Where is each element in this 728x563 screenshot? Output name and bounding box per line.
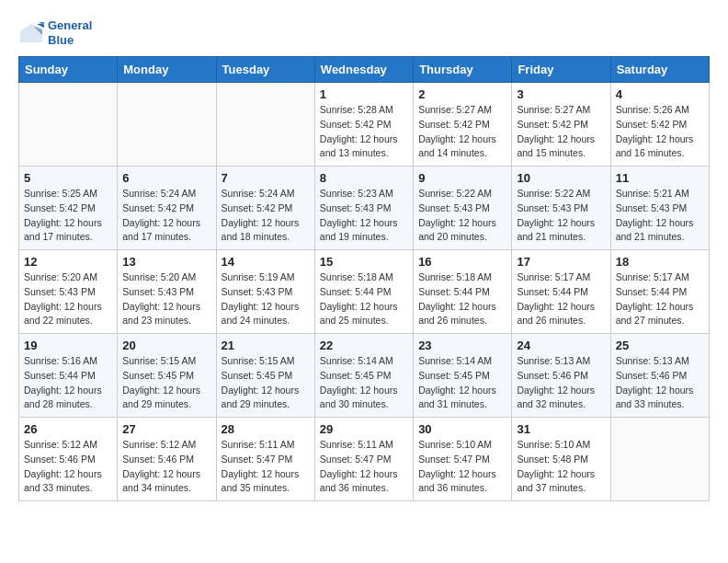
day-cell: 4Sunrise: 5:26 AMSunset: 5:42 PMDaylight… [610, 83, 709, 167]
week-row-5: 26Sunrise: 5:12 AMSunset: 5:46 PMDayligh… [19, 418, 710, 501]
day-cell: 2Sunrise: 5:27 AMSunset: 5:42 PMDaylight… [414, 83, 512, 167]
day-info: Sunrise: 5:27 AMSunset: 5:42 PMDaylight:… [418, 103, 506, 161]
day-info: Sunrise: 5:15 AMSunset: 5:45 PMDaylight:… [222, 354, 310, 412]
day-number: 9 [418, 171, 506, 185]
day-info: Sunrise: 5:11 AMSunset: 5:47 PMDaylight:… [320, 438, 408, 496]
day-cell: 25Sunrise: 5:13 AMSunset: 5:46 PMDayligh… [610, 334, 709, 418]
day-cell: 27Sunrise: 5:12 AMSunset: 5:46 PMDayligh… [118, 418, 216, 501]
day-info: Sunrise: 5:22 AMSunset: 5:43 PMDaylight:… [517, 187, 605, 245]
day-cell: 19Sunrise: 5:16 AMSunset: 5:44 PMDayligh… [19, 334, 118, 418]
day-number: 11 [616, 171, 704, 185]
day-cell: 3Sunrise: 5:27 AMSunset: 5:42 PMDaylight… [512, 83, 610, 167]
day-number: 15 [320, 255, 408, 269]
day-info: Sunrise: 5:13 AMSunset: 5:46 PMDaylight:… [517, 354, 605, 412]
day-cell: 5Sunrise: 5:25 AMSunset: 5:42 PMDaylight… [19, 167, 118, 250]
day-info: Sunrise: 5:24 AMSunset: 5:42 PMDaylight:… [122, 187, 210, 245]
week-row-4: 19Sunrise: 5:16 AMSunset: 5:44 PMDayligh… [19, 334, 710, 418]
day-cell [118, 83, 216, 167]
logo-icon [18, 22, 44, 44]
day-cell: 13Sunrise: 5:20 AMSunset: 5:43 PMDayligh… [118, 250, 216, 334]
day-cell: 12Sunrise: 5:20 AMSunset: 5:43 PMDayligh… [19, 250, 118, 334]
day-cell: 22Sunrise: 5:14 AMSunset: 5:45 PMDayligh… [314, 334, 413, 418]
day-cell [19, 83, 118, 167]
week-row-1: 1Sunrise: 5:28 AMSunset: 5:42 PMDaylight… [19, 83, 710, 167]
day-info: Sunrise: 5:15 AMSunset: 5:45 PMDaylight:… [122, 354, 210, 412]
day-number: 26 [24, 422, 112, 436]
day-number: 1 [320, 87, 408, 101]
day-cell: 6Sunrise: 5:24 AMSunset: 5:42 PMDaylight… [118, 167, 216, 250]
day-cell: 20Sunrise: 5:15 AMSunset: 5:45 PMDayligh… [118, 334, 216, 418]
day-number: 19 [24, 339, 112, 352]
day-cell [610, 418, 709, 501]
day-info: Sunrise: 5:17 AMSunset: 5:44 PMDaylight:… [616, 270, 704, 328]
day-number: 22 [320, 339, 408, 352]
day-info: Sunrise: 5:13 AMSunset: 5:46 PMDaylight:… [616, 354, 704, 412]
day-number: 30 [418, 422, 506, 436]
day-number: 4 [616, 87, 704, 101]
header-row: SundayMondayTuesdayWednesdayThursdayFrid… [19, 57, 710, 83]
day-cell: 23Sunrise: 5:14 AMSunset: 5:45 PMDayligh… [414, 334, 512, 418]
day-info: Sunrise: 5:12 AMSunset: 5:46 PMDaylight:… [122, 438, 210, 496]
day-cell: 7Sunrise: 5:24 AMSunset: 5:42 PMDaylight… [216, 167, 314, 250]
day-info: Sunrise: 5:17 AMSunset: 5:44 PMDaylight:… [517, 270, 605, 328]
day-info: Sunrise: 5:27 AMSunset: 5:42 PMDaylight:… [517, 103, 605, 161]
day-cell: 11Sunrise: 5:21 AMSunset: 5:43 PMDayligh… [610, 167, 709, 250]
day-info: Sunrise: 5:14 AMSunset: 5:45 PMDaylight:… [418, 354, 506, 412]
page-header: General Blue [18, 18, 710, 47]
day-number: 12 [24, 255, 112, 269]
day-number: 8 [320, 171, 408, 185]
day-number: 27 [122, 422, 210, 436]
day-header-thursday: Thursday [414, 57, 512, 83]
day-number: 25 [616, 339, 704, 352]
day-number: 31 [517, 422, 605, 436]
day-info: Sunrise: 5:21 AMSunset: 5:43 PMDaylight:… [616, 187, 704, 245]
day-cell: 18Sunrise: 5:17 AMSunset: 5:44 PMDayligh… [610, 250, 709, 334]
day-number: 24 [517, 339, 605, 352]
day-info: Sunrise: 5:20 AMSunset: 5:43 PMDaylight:… [122, 270, 210, 328]
day-number: 21 [222, 339, 310, 352]
day-info: Sunrise: 5:11 AMSunset: 5:47 PMDaylight:… [222, 438, 310, 496]
day-cell: 31Sunrise: 5:10 AMSunset: 5:48 PMDayligh… [512, 418, 610, 501]
week-row-3: 12Sunrise: 5:20 AMSunset: 5:43 PMDayligh… [19, 250, 710, 334]
day-info: Sunrise: 5:19 AMSunset: 5:43 PMDaylight:… [222, 270, 310, 328]
day-number: 2 [418, 87, 506, 101]
day-header-saturday: Saturday [610, 57, 709, 83]
day-number: 3 [517, 87, 605, 101]
day-number: 23 [418, 339, 506, 352]
day-cell: 8Sunrise: 5:23 AMSunset: 5:43 PMDaylight… [314, 167, 413, 250]
day-header-monday: Monday [118, 57, 216, 83]
day-number: 17 [517, 255, 605, 269]
day-cell: 30Sunrise: 5:10 AMSunset: 5:47 PMDayligh… [414, 418, 512, 501]
day-header-tuesday: Tuesday [216, 57, 314, 83]
day-number: 5 [24, 171, 112, 185]
day-cell: 16Sunrise: 5:18 AMSunset: 5:44 PMDayligh… [414, 250, 512, 334]
day-info: Sunrise: 5:10 AMSunset: 5:47 PMDaylight:… [418, 438, 506, 496]
day-info: Sunrise: 5:10 AMSunset: 5:48 PMDaylight:… [517, 438, 605, 496]
day-cell: 17Sunrise: 5:17 AMSunset: 5:44 PMDayligh… [512, 250, 610, 334]
logo: General Blue [18, 18, 92, 47]
day-number: 13 [122, 255, 210, 269]
day-number: 10 [517, 171, 605, 185]
day-info: Sunrise: 5:14 AMSunset: 5:45 PMDaylight:… [320, 354, 408, 412]
day-info: Sunrise: 5:18 AMSunset: 5:44 PMDaylight:… [418, 270, 506, 328]
day-cell: 14Sunrise: 5:19 AMSunset: 5:43 PMDayligh… [216, 250, 314, 334]
day-info: Sunrise: 5:20 AMSunset: 5:43 PMDaylight:… [24, 270, 112, 328]
day-cell: 29Sunrise: 5:11 AMSunset: 5:47 PMDayligh… [314, 418, 413, 501]
day-info: Sunrise: 5:12 AMSunset: 5:46 PMDaylight:… [24, 438, 112, 496]
day-info: Sunrise: 5:26 AMSunset: 5:42 PMDaylight:… [616, 103, 704, 161]
day-header-friday: Friday [512, 57, 610, 83]
day-info: Sunrise: 5:18 AMSunset: 5:44 PMDaylight:… [320, 270, 408, 328]
logo-text: General Blue [48, 18, 92, 47]
day-info: Sunrise: 5:16 AMSunset: 5:44 PMDaylight:… [24, 354, 112, 412]
day-cell: 15Sunrise: 5:18 AMSunset: 5:44 PMDayligh… [314, 250, 413, 334]
day-number: 14 [222, 255, 310, 269]
day-number: 20 [122, 339, 210, 352]
day-info: Sunrise: 5:24 AMSunset: 5:42 PMDaylight:… [222, 187, 310, 245]
day-cell: 24Sunrise: 5:13 AMSunset: 5:46 PMDayligh… [512, 334, 610, 418]
day-info: Sunrise: 5:23 AMSunset: 5:43 PMDaylight:… [320, 187, 408, 245]
calendar-header: SundayMondayTuesdayWednesdayThursdayFrid… [19, 57, 710, 83]
day-cell [216, 83, 314, 167]
day-cell: 21Sunrise: 5:15 AMSunset: 5:45 PMDayligh… [216, 334, 314, 418]
day-cell: 10Sunrise: 5:22 AMSunset: 5:43 PMDayligh… [512, 167, 610, 250]
day-number: 16 [418, 255, 506, 269]
